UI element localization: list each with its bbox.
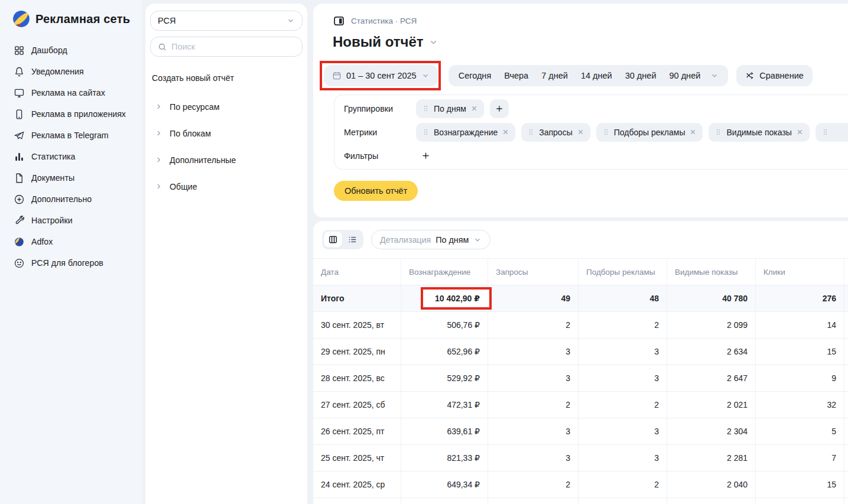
close-icon[interactable] [689, 128, 697, 136]
tree-item-label: По ресурсам [170, 102, 219, 112]
sidebar-item-statistics[interactable]: Статистика [0, 146, 142, 167]
plus-circle-icon [14, 194, 25, 205]
update-report-button[interactable]: Обновить отчёт [334, 181, 418, 201]
bell-icon [14, 66, 25, 77]
smiley-icon [14, 258, 25, 269]
metric-chip-visible-impressions[interactable]: Видимые показы [709, 123, 809, 142]
table-row: 25 сент. 2025, чт 821,33 ₽ 3 3 2 281 7 [313, 445, 848, 472]
grouping-chip-by-days[interactable]: По дням [416, 99, 484, 118]
row-clicks: 9 [755, 365, 844, 391]
report-title[interactable]: Новый отчёт [333, 34, 438, 50]
quick-range-more[interactable] [707, 65, 724, 86]
quick-range-7days[interactable]: 7 дней [535, 65, 574, 86]
close-icon[interactable] [470, 105, 478, 112]
column-header-visible-impressions[interactable]: Видимые показы [667, 259, 755, 285]
quick-range-yesterday[interactable]: Вчера [498, 65, 535, 86]
report-builder-panel: Группировки По дням Метрики Вознагражден… [334, 95, 848, 170]
row-clicks: 32 [755, 392, 844, 418]
sidebar-item-rsya-for-bloggers[interactable]: РСЯ для блогеров [0, 252, 142, 274]
tree-item-additional[interactable]: Дополнительные [150, 147, 303, 173]
quick-range-90days[interactable]: 90 дней [663, 65, 707, 86]
sidebar-item-settings[interactable]: Настройки [0, 210, 142, 231]
tree-item-by-blocks[interactable]: По блокам [150, 120, 303, 147]
row-visible-impressions: 2 021 [667, 392, 755, 418]
row-requests: 3 [488, 365, 578, 391]
total-reward-cell: 10 402,90 ₽ [401, 285, 488, 311]
date-controls: 01 – 30 сент 2025 Сегодня Вчера 7 дней 1… [324, 65, 813, 86]
sidebar-item-notifications[interactable]: Уведомления [0, 61, 142, 82]
detalization-select[interactable]: Детализация По дням [371, 230, 490, 249]
table-row: 24 сент. 2025, ср 649,34 ₽ 2 2 2 040 15 [313, 472, 848, 498]
sidebar-item-ads-in-telegram[interactable]: Реклама в Telegram [0, 125, 142, 146]
column-header-reward[interactable]: Вознаграждение [401, 259, 488, 285]
sidebar-item-additional[interactable]: Дополнительно [0, 188, 142, 210]
column-header-ad-selections[interactable]: Подборы рекламы [578, 259, 667, 285]
list-view-button[interactable] [343, 232, 362, 248]
row-date: 28 сент. 2025, вс [313, 365, 401, 391]
report-tree: По ресурсам По блокам Дополнительные Общ… [150, 93, 303, 200]
sidebar-item-ads-on-sites[interactable]: Реклама на сайтах [0, 82, 142, 103]
chevron-right-icon [155, 129, 163, 137]
table-row: 28 сент. 2025, вс 529,92 ₽ 3 3 2 647 9 [313, 365, 848, 392]
compare-label: Сравнение [759, 71, 804, 80]
close-icon[interactable] [577, 128, 584, 136]
filters-row: Фильтры [344, 145, 848, 167]
date-range-picker[interactable]: 01 – 30 сент 2025 [324, 65, 438, 86]
column-header-clicks[interactable]: Клики [755, 259, 844, 285]
compare-button[interactable]: Сравнение [736, 65, 813, 86]
close-icon[interactable] [502, 128, 509, 136]
column-header-date[interactable]: Дата [313, 259, 401, 285]
chevron-down-icon [473, 236, 482, 244]
row-requests: 2 [488, 392, 578, 418]
drag-handle-icon[interactable] [527, 128, 535, 136]
row-date: 30 сент. 2025, вт [313, 312, 401, 338]
drag-handle-icon[interactable] [422, 128, 430, 136]
total-label: Итого [313, 285, 401, 311]
table-total-row: Итого 10 402,90 ₽ 49 48 40 780 276 [313, 285, 848, 312]
metric-chip-requests[interactable]: Запросы [521, 123, 590, 142]
tree-item-general[interactable]: Общие [150, 173, 303, 200]
detalization-value: По дням [436, 235, 469, 245]
column-header-requests[interactable]: Запросы [488, 259, 578, 285]
table-toolbar: Детализация По дням [322, 230, 490, 249]
report-search[interactable]: Поиск [150, 37, 303, 57]
sidebar-item-documents[interactable]: Документы [0, 167, 142, 188]
breadcrumb[interactable]: Статистика · РСЯ [333, 15, 417, 27]
drag-handle-icon[interactable] [602, 128, 610, 136]
drag-handle-icon[interactable] [422, 105, 430, 112]
view-toggle-group [322, 230, 363, 249]
tree-item-label: Общие [170, 182, 197, 191]
row-reward: 639,61 ₽ [401, 418, 488, 444]
metric-chip-reward[interactable]: Вознаграждение [416, 123, 515, 142]
row-visible-impressions: 2 099 [667, 312, 755, 338]
stats-icon [14, 151, 25, 162]
sidebar-item-label: РСЯ для блогеров [31, 258, 103, 268]
quick-range-today[interactable]: Сегодня [452, 65, 498, 86]
row-reward: 649,34 ₽ [401, 472, 488, 498]
row-visible-impressions: 2 281 [667, 445, 755, 471]
groupings-row: Группировки По дням [344, 97, 848, 120]
create-report-button[interactable]: Создать новый отчёт [152, 73, 303, 83]
columns-view-button[interactable] [324, 232, 342, 248]
add-filter-button[interactable] [416, 147, 435, 165]
quick-range-14days[interactable]: 14 дней [574, 65, 619, 86]
sidebar-item-adfox[interactable]: Adfox [0, 231, 142, 252]
workspace-select[interactable]: РСЯ [150, 11, 303, 31]
metric-chip-partial[interactable] [815, 123, 848, 142]
tree-item-label: Дополнительные [170, 155, 236, 165]
add-grouping-button[interactable] [490, 99, 509, 118]
sidebar-item-ads-in-apps[interactable]: Реклама в приложениях [0, 103, 142, 125]
metric-chip-ad-selections[interactable]: Подборы рекламы [596, 123, 703, 142]
metrics-row: Метрики Вознаграждение Запросы Подборы р… [344, 121, 848, 144]
sidebar-item-dashboard[interactable]: Дашборд [0, 40, 142, 61]
brand-logo-icon [12, 10, 30, 28]
brand-logo[interactable]: Рекламная сеть [0, 0, 142, 28]
tree-item-by-resources[interactable]: По ресурсам [150, 93, 303, 120]
search-icon [158, 43, 167, 51]
drag-handle-icon[interactable] [821, 128, 829, 136]
drag-handle-icon[interactable] [714, 128, 722, 136]
total-ad-selections: 48 [578, 285, 667, 311]
quick-range-30days[interactable]: 30 дней [619, 65, 663, 86]
columns-view-icon [328, 235, 338, 245]
close-icon[interactable] [796, 128, 804, 136]
